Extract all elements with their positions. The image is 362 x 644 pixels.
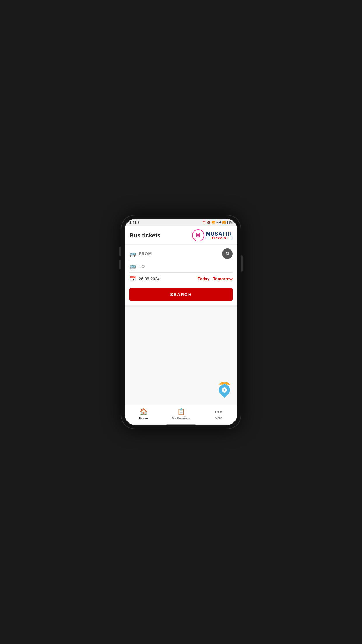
logo-text: MUSAFIR travels (206, 231, 233, 240)
logo-travels-row: travels (206, 237, 233, 240)
nav-home[interactable]: 🏠 Home (125, 407, 162, 421)
today-button[interactable]: Today (198, 276, 209, 281)
from-row[interactable]: 🚌 ⇅ (129, 248, 233, 260)
home-icon: 🏠 (140, 408, 147, 416)
bookings-icon: 📋 (177, 408, 185, 416)
more-icon: ••• (215, 409, 222, 415)
home-bar (166, 424, 196, 425)
page-title: Bus tickets (129, 232, 161, 239)
status-bar: 1:41 ⬇ ⏰ 🔇 📶 Vod 📶 83% (125, 219, 237, 226)
status-time: 1:41 (129, 220, 136, 225)
bus-to-icon: 🚌 (129, 263, 136, 270)
logo-letter: M (196, 232, 200, 239)
nav-my-bookings[interactable]: 📋 My Bookings (162, 407, 200, 421)
logo-musafir-text: MUSAFIR (206, 231, 233, 237)
search-form: 🚌 ⇅ 🚌 📅 26-08-2024 Today Tomorrow (125, 245, 237, 307)
search-button[interactable]: SEARCH (129, 288, 233, 301)
volume-up-button (119, 247, 121, 256)
wifi-icon: 📶 (212, 221, 215, 224)
mute-icon: 🔇 (207, 221, 210, 224)
status-right: ⏰ 🔇 📶 Vod 📶 83% (202, 221, 233, 224)
logo-line-right (227, 238, 233, 238)
swap-button[interactable]: ⇅ (222, 249, 233, 259)
calendar-icon: 📅 (129, 276, 136, 282)
phone-screen: 1:41 ⬇ ⏰ 🔇 📶 Vod 📶 83% Bus tickets M (125, 219, 237, 425)
app-content: Bus tickets M MUSAFIR travels (125, 226, 237, 425)
nav-more-label: More (215, 416, 222, 420)
swap-icon: ⇅ (226, 251, 229, 257)
signal-icon: 📶 (222, 221, 226, 224)
volume-down-button (119, 260, 121, 269)
carrier-label: Vod (216, 221, 221, 224)
date-row: 📅 26-08-2024 Today Tomorrow (129, 273, 233, 285)
phone-frame: 1:41 ⬇ ⏰ 🔇 📶 Vod 📶 83% Bus tickets M (121, 215, 241, 429)
download-icon: ⬇ (138, 221, 140, 224)
bus-from-icon: 🚌 (129, 251, 136, 257)
main-content: ₹ (125, 307, 237, 405)
to-row[interactable]: 🚌 (129, 260, 233, 273)
alarm-icon: ⏰ (202, 221, 206, 224)
app-header: Bus tickets M MUSAFIR travels (125, 226, 237, 245)
floating-widget[interactable]: ₹ (217, 379, 231, 396)
to-input[interactable] (139, 264, 233, 269)
pin-inner-circle: ₹ (222, 387, 227, 393)
brand-logo: M MUSAFIR travels (192, 229, 233, 242)
bottom-nav: 🏠 Home 📋 My Bookings ••• More (125, 405, 237, 424)
battery-label: 83% (227, 221, 233, 224)
logo-circle-icon: M (192, 229, 204, 242)
from-input[interactable] (139, 251, 233, 256)
logo-travels-text: travels (212, 237, 226, 240)
nav-more[interactable]: ••• More (200, 408, 237, 420)
nav-bookings-label: My Bookings (172, 416, 190, 420)
logo-line-left (206, 238, 211, 238)
currency-icon: ₹ (224, 388, 225, 391)
home-indicator (125, 424, 237, 425)
date-value[interactable]: 26-08-2024 (139, 276, 194, 281)
tomorrow-button[interactable]: Tomorrow (213, 276, 233, 281)
status-left: 1:41 ⬇ (129, 220, 140, 225)
nav-home-label: Home (139, 416, 148, 420)
power-button (241, 256, 243, 272)
